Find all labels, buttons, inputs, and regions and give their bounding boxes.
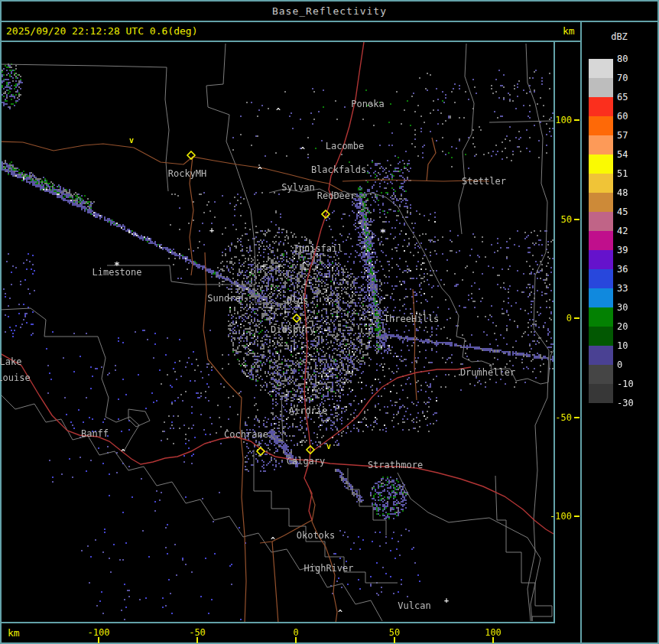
- city-label-innisfail: Innisfail: [293, 245, 342, 253]
- legend-label: 20: [617, 321, 628, 332]
- legend-label: 65: [617, 92, 628, 102]
- x-axis-tick-label: -100: [88, 627, 110, 638]
- legend-color-block: [589, 327, 613, 346]
- city-label-louise: Louise: [0, 374, 31, 382]
- legend-color-block: [589, 250, 613, 269]
- legend-color-block: [589, 269, 613, 288]
- map-bottom-border: [0, 622, 555, 623]
- city-label-highriver: HighRiver: [304, 564, 353, 573]
- y-axis-tick-mark: [574, 219, 579, 220]
- y-axis-tick-label: 100: [555, 115, 572, 125]
- legend-label: 42: [617, 226, 628, 236]
- titlebar-separator: [0, 21, 659, 22]
- legend-title: dBZ: [611, 31, 628, 42]
- city-label-ponoka: Ponoka: [351, 100, 384, 109]
- city-label-strathmore: Strathmore: [368, 461, 423, 470]
- city-label-didsbury: Didsbury: [271, 326, 315, 334]
- legend-label: 80: [617, 54, 628, 64]
- city-label-sundre: Sundre: [207, 294, 240, 303]
- x-axis-tick-mark: [98, 637, 99, 643]
- y-axis-tick-label: 0: [566, 313, 572, 324]
- city-label-airdrie: Airdrie: [289, 407, 328, 415]
- legend-color-block: [589, 307, 613, 327]
- y-axis-tick-mark: [574, 119, 579, 121]
- city-label-threehills: ThreeHills: [384, 315, 439, 324]
- legend-label: 33: [617, 283, 628, 294]
- city-label-reddeer: RedDeer: [317, 192, 356, 200]
- legend-color-block: [589, 384, 613, 403]
- legend-color-block: [589, 365, 613, 384]
- city-label-lacombe: Lacombe: [326, 142, 365, 151]
- timestamp-label: 2025/09/20 22:12:28 UTC 0.6(deg): [6, 25, 197, 37]
- legend-label: -10: [617, 379, 634, 389]
- legend-label: 45: [617, 207, 628, 217]
- legend-label: 36: [617, 264, 628, 275]
- y-axis-tick-label: 50: [561, 214, 572, 225]
- city-label-drumheller: Drumheller: [460, 369, 515, 377]
- y-axis-tick-mark: [574, 417, 579, 418]
- y-axis-tick-label: -100: [550, 511, 572, 522]
- city-label-calgary: Calgary: [287, 457, 326, 466]
- city-label-blackfalds: Blackfalds: [311, 166, 366, 174]
- legend-color-block: [589, 78, 613, 97]
- y-axis-tick-mark: [574, 317, 579, 319]
- legend-label: 54: [617, 149, 628, 160]
- legend-color-block: [589, 59, 613, 78]
- legend-label: -30: [617, 398, 634, 408]
- city-label-banff: Banff: [81, 430, 109, 438]
- x-axis-tick-mark: [394, 637, 395, 643]
- radar-app-window: Base_Reflectivity 2025/09/20 22:12:28 UT…: [0, 0, 659, 644]
- city-label-sylvan: Sylvan: [281, 184, 314, 192]
- x-axis-tick-mark: [295, 637, 297, 643]
- x-axis-tick-label: 100: [485, 627, 502, 638]
- city-label-cochrane: Cochrane: [224, 431, 268, 439]
- city-label-vulcan: Vulcan: [398, 602, 430, 610]
- legend-label: 48: [617, 187, 628, 198]
- legend-color-block: [589, 193, 613, 212]
- x-axis-tick-mark: [492, 637, 494, 643]
- legend-label: 70: [617, 73, 628, 83]
- legend-label: 30: [617, 302, 628, 313]
- x-axis-unit-label: km: [8, 627, 20, 639]
- y-axis-tick-label: -50: [555, 412, 572, 423]
- city-label-rockymh: RockyMH: [168, 170, 207, 178]
- legend-color-block: [589, 288, 613, 307]
- city-label-limestone: Limestone: [92, 268, 141, 277]
- legend-color-block: [589, 212, 613, 231]
- x-axis-tick-label: 50: [389, 627, 400, 638]
- map-right-border: [553, 41, 555, 623]
- y-axis-unit-label: km: [563, 25, 575, 37]
- city-label-olds: Olds: [287, 297, 309, 305]
- legend-separator: [580, 21, 582, 644]
- legend-color-block: [589, 174, 613, 193]
- legend-label: 10: [617, 340, 628, 351]
- y-axis-tick-mark: [574, 516, 579, 517]
- border-top: [0, 0, 659, 2]
- legend-color-block: [589, 154, 613, 174]
- legend-color-block: [589, 116, 613, 135]
- legend-label: 39: [617, 245, 628, 255]
- x-axis-tick-label: 0: [293, 627, 298, 638]
- x-axis-tick-label: -50: [189, 627, 206, 638]
- city-label-stettler: Stettler: [462, 177, 506, 186]
- legend-label: 0: [617, 359, 622, 370]
- legend-label: 57: [617, 130, 628, 141]
- legend-color-block: [589, 97, 613, 116]
- legend-label: 60: [617, 111, 628, 122]
- legend-label: 51: [617, 168, 628, 179]
- legend-color-block: [589, 346, 613, 365]
- legend-color-block: [589, 135, 613, 154]
- x-axis-tick-mark: [196, 637, 198, 643]
- city-label-lake: Lake: [0, 358, 21, 366]
- city-label-okotoks: Okotoks: [297, 532, 336, 540]
- legend-color-block: [589, 231, 613, 250]
- page-title: Base_Reflectivity: [0, 5, 659, 17]
